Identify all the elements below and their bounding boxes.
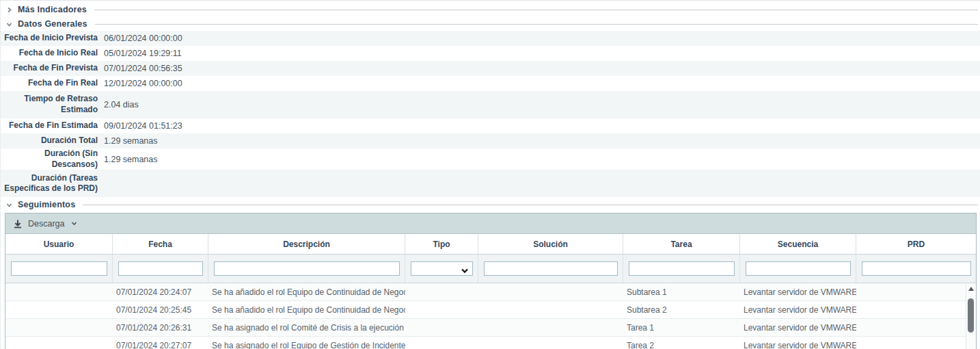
field-row: Tiempo de Retraso Estimado 2.04 dias [1,91,980,118]
chevron-down-icon [6,201,13,208]
filter-select-tipo[interactable] [411,261,473,276]
filter-input-descripcion[interactable] [214,261,400,276]
filter-cell [623,255,740,283]
grid-header-row: Usuario Fecha Descripción Tipo Solución … [5,234,976,255]
field-row: Fecha de Inicio Real 05/01/2024 19:29:11 [1,46,980,61]
column-header-descripcion[interactable]: Descripción [208,234,405,254]
filter-input-prd[interactable] [862,261,971,276]
field-label: Duración (Sin Descansos) [1,148,100,170]
field-value: 05/01/2024 19:29:11 [100,49,182,58]
field-value: 07/01/2024 00:56:35 [100,64,182,73]
column-header-fecha[interactable]: Fecha [113,234,208,254]
cell-descripcion: Se ha asignado el rol Equipo de Gestión … [208,341,405,349]
filter-cell [5,255,113,283]
field-value: 1.29 semanas [100,136,158,146]
legend-rule [83,205,978,205]
field-row: Fecha de Fin Prevista 07/01/2024 00:56:3… [1,61,980,76]
grid-filter-row [5,255,976,283]
section-header-seguimientos[interactable]: Seguimientos [1,198,980,211]
cell-fecha: 07/01/2024 20:24:07 [113,287,208,297]
cell-secuencia: Levantar servidor de VMWARE en [740,341,856,349]
cell-descripcion: Se ha asignado el rol Comité de Crisis a… [208,323,405,333]
detail-panel: Más Indicadores Datos Generales Fecha de… [0,0,980,349]
section-header-datos-generales[interactable]: Datos Generales [1,17,980,31]
field-label: Fecha de Fin Real [1,78,100,89]
field-label: Fecha de Fin Prevista [1,63,100,74]
filter-cell [208,255,405,283]
grid-toolbar: Descarga [5,214,976,234]
field-row: Duración Total 1.29 semanas [1,133,980,148]
cell-descripcion: Se ha añadido el rol Equipo de Continuid… [208,287,405,297]
cell-tarea: Tarea 2 [623,341,740,349]
field-label: Fecha de Inicio Prevista [1,33,100,44]
vertical-scrollbar[interactable] [966,283,975,349]
scrollbar-thumb[interactable] [968,298,974,333]
column-header-tarea[interactable]: Tarea [623,234,740,254]
field-label: Duración (Tareas Especificas de los PRD) [1,173,100,194]
seguimientos-grid: Descarga Usuario Fecha Descripción Tipo … [5,213,977,349]
filter-cell [113,255,208,283]
column-header-solucion[interactable]: Solución [478,234,623,254]
section-header-mas-indicadores[interactable]: Más Indicadores [1,3,980,16]
chevron-down-icon [461,265,469,277]
field-row: Duración (Sin Descansos) 1.29 semanas [1,148,980,170]
filter-cell [478,255,623,283]
section-title: Datos Generales [18,19,87,29]
chevron-down-icon [6,21,13,27]
field-value: 06/01/2024 00:00:00 [100,34,182,43]
field-value: 09/01/2024 01:51:23 [100,121,182,131]
chevron-right-icon [6,6,13,13]
section-title: Más Indicadores [18,5,87,14]
field-label: Tiempo de Retraso Estimado [1,94,100,115]
download-icon [13,219,23,229]
table-row[interactable]: 07/01/2024 20:25:45 Se ha añadido el rol… [5,301,976,319]
column-header-prd[interactable]: PRD [856,234,976,254]
cell-fecha: 07/01/2024 20:26:31 [113,323,208,333]
filter-input-fecha[interactable] [118,261,203,276]
filter-cell [740,255,856,283]
cell-descripcion: Se ha añadido el rol Equipo de Continuid… [208,305,405,315]
field-row: Fecha de Fin Real 12/01/2024 00:00:00 [1,76,980,91]
field-row: Duración (Tareas Especificas de los PRD) [1,170,980,197]
column-header-usuario[interactable]: Usuario [5,234,113,254]
section-title: Seguimientos [18,200,75,209]
table-row[interactable]: 07/01/2024 20:27:07 Se ha asignado el ro… [5,337,976,349]
filter-input-secuencia[interactable] [746,261,851,276]
field-row: Fecha de Fin Estimada 09/01/2024 01:51:2… [1,118,980,133]
table-row[interactable]: 07/01/2024 20:26:31 Se ha asignado el ro… [5,319,976,337]
field-label: Fecha de Fin Estimada [1,120,100,131]
filter-input-tarea[interactable] [629,261,735,276]
column-header-tipo[interactable]: Tipo [405,234,478,254]
cell-tarea: Subtarea 2 [623,305,740,315]
filter-input-usuario[interactable] [11,261,107,276]
field-row: Fecha de Inicio Prevista 06/01/2024 00:0… [1,31,980,46]
chevron-down-icon [71,221,77,226]
cell-tarea: Tarea 1 [623,323,740,333]
filter-cell [405,255,478,283]
cell-fecha: 07/01/2024 20:25:45 [113,305,208,315]
cell-secuencia: Levantar servidor de VMWARE en [740,323,856,333]
cell-secuencia: Levantar servidor de VMWARE en [740,305,856,315]
scroll-up-icon[interactable] [966,283,976,294]
cell-secuencia: Levantar servidor de VMWARE en [740,287,856,297]
download-label: Descarga [28,219,65,229]
field-label: Fecha de Inicio Real [1,48,100,59]
filter-select-value [411,264,414,274]
field-label: Duración Total [1,135,100,146]
filter-cell [856,255,976,283]
column-header-secuencia[interactable]: Secuencia [740,234,856,254]
cell-tarea: Subtarea 1 [623,287,740,297]
field-value: 2.04 dias [100,100,139,109]
filter-input-solucion[interactable] [484,261,618,276]
cell-fecha: 07/01/2024 20:27:07 [113,341,208,349]
legend-rule [94,10,978,10]
grid-body: 07/01/2024 20:24:07 Se ha añadido el rol… [5,283,976,349]
legend-rule [95,24,978,25]
datos-generales-fields: Fecha de Inicio Prevista 06/01/2024 00:0… [1,31,980,197]
download-button[interactable]: Descarga [13,219,77,229]
field-value: 12/01/2024 00:00:00 [100,79,182,88]
table-row[interactable]: 07/01/2024 20:24:07 Se ha añadido el rol… [5,283,976,301]
field-value: 1.29 semanas [100,155,158,164]
